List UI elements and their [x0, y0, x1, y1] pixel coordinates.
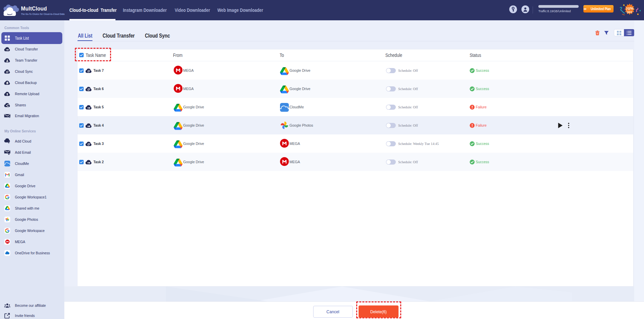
- svg-text:OFF: OFF: [627, 10, 632, 14]
